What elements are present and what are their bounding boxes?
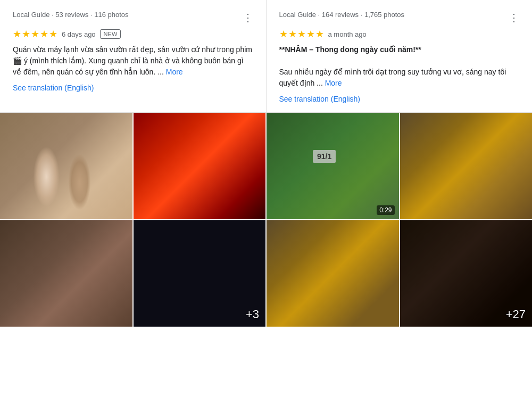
more-link-2[interactable]: More [325, 79, 342, 87]
star-8: ★ [297, 28, 306, 40]
stars-2: ★ ★ ★ ★ ★ [279, 28, 324, 40]
photo-overlay-plus3: +3 [246, 307, 259, 321]
more-options-button-2[interactable]: ⋮ [509, 12, 519, 23]
more-options-button-1[interactable]: ⋮ [243, 12, 253, 23]
star-10: ★ [315, 28, 324, 40]
time-ago-2: a month ago [328, 30, 367, 38]
review-body-2: Sau nhiều ngày để mình trôi dạt trong su… [279, 68, 506, 87]
photo-cell-7[interactable] [267, 220, 399, 327]
star-1: ★ [13, 28, 21, 40]
star-4: ★ [40, 28, 48, 40]
see-translation-1[interactable]: See translation (English) [13, 84, 94, 92]
photos-grid: 0:29 +3 +27 [0, 113, 532, 327]
stars-row-1: ★ ★ ★ ★ ★ 6 days ago NEW [13, 28, 253, 40]
review-card-2: Local Guide · 164 reviews · 1,765 photos… [267, 0, 533, 112]
review-meta-1: Local Guide · 53 reviews · 116 photos [13, 11, 129, 19]
photo-cell-8[interactable]: +27 [400, 220, 533, 327]
photo-cell-2[interactable] [134, 113, 266, 219]
reviews-section: Local Guide · 53 reviews · 116 photos ⋮ … [0, 0, 532, 327]
photo-cell-1[interactable] [0, 113, 132, 219]
photo-cell-4[interactable] [400, 113, 533, 219]
star-7: ★ [288, 28, 297, 40]
review-text-2: **NHÂM – Thong dong ngày cuối năm!** Sau… [279, 44, 520, 89]
new-badge-1: NEW [100, 29, 121, 39]
time-ago-1: 6 days ago [62, 30, 96, 38]
see-translation-2[interactable]: See translation (English) [279, 95, 361, 103]
star-9: ★ [306, 28, 315, 40]
more-link-1[interactable]: More [166, 68, 183, 76]
review-text-1: Quán vừa máy lạnh vừa sân vườn rất đẹp, … [13, 44, 253, 78]
video-duration-badge: 0:29 [377, 205, 394, 215]
star-3: ★ [31, 28, 39, 40]
star-2: ★ [22, 28, 30, 40]
star-6: ★ [279, 28, 288, 40]
photo-cell-6[interactable]: +3 [134, 220, 266, 327]
review-body-1: Quán vừa máy lạnh vừa sân vườn rất đẹp, … [13, 45, 252, 76]
photo-cell-5[interactable] [0, 220, 132, 327]
photo-cell-3[interactable]: 0:29 [267, 113, 399, 219]
review-header-1: Local Guide · 53 reviews · 116 photos ⋮ [13, 11, 253, 24]
photo-overlay-plus27: +27 [506, 307, 526, 321]
review-header-2: Local Guide · 164 reviews · 1,765 photos… [279, 11, 520, 24]
reviews-container: Local Guide · 53 reviews · 116 photos ⋮ … [0, 0, 532, 113]
stars-1: ★ ★ ★ ★ ★ [13, 28, 57, 40]
stars-row-2: ★ ★ ★ ★ ★ a month ago [279, 28, 520, 40]
star-5: ★ [49, 28, 57, 40]
review-bold-title-2: **NHÂM – Thong dong ngày cuối năm!** [279, 44, 520, 55]
review-card-1: Local Guide · 53 reviews · 116 photos ⋮ … [0, 0, 267, 112]
review-meta-2: Local Guide · 164 reviews · 1,765 photos [279, 11, 405, 19]
